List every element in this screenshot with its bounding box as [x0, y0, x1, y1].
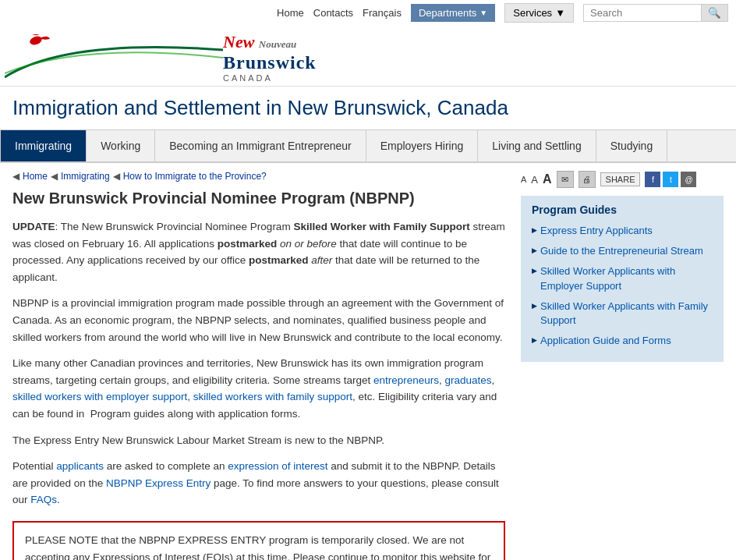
link-skilled-family[interactable]: skilled workers with family support [193, 391, 352, 402]
tab-immigrating[interactable]: Immigrating [0, 130, 87, 161]
tab-working[interactable]: Working [87, 130, 155, 161]
print-icon[interactable]: 🖨 [579, 171, 596, 188]
notice-box: PLEASE NOTE that the NBPNP EXPRESS ENTRY… [12, 521, 505, 560]
breadcrumb-immigrating[interactable]: Immigrating [61, 171, 110, 182]
breadcrumb-sep-2: ◀ [113, 171, 120, 182]
breadcrumb-sep-1: ◀ [51, 171, 58, 182]
breadcrumb-home[interactable]: Home [23, 171, 48, 182]
main-content: ◀ Home ◀ Immigrating ◀ How to Immigrate … [12, 171, 505, 560]
link-skilled-employer[interactable]: skilled workers with employer support [12, 391, 187, 402]
canada-label: CANADA [223, 73, 317, 83]
page-title: Immigration and Settlement in New Brunsw… [12, 96, 724, 120]
list-item: Skilled Worker Applicants with Family Su… [532, 299, 713, 328]
link-application-guide[interactable]: Application Guide and Forms [540, 334, 671, 348]
link-entrepreneurial-stream[interactable]: Guide to the Entrepreneurial Stream [540, 244, 703, 258]
logo-area: New Nouveau Brunswick CANADA [12, 32, 724, 83]
email-icon[interactable]: ✉ [557, 171, 574, 188]
search-button[interactable]: 🔍 [701, 5, 727, 21]
twitter-icon[interactable]: t [663, 172, 678, 187]
link-express-entry-applicants[interactable]: Express Entry Applicants [540, 224, 653, 238]
home-link[interactable]: Home [277, 7, 304, 19]
share-label: SHARE [606, 175, 635, 184]
font-medium-icon[interactable]: A [531, 174, 538, 186]
page-title-bar: Immigration and Settlement in New Brunsw… [0, 87, 736, 130]
breadcrumb-how[interactable]: How to Immigrate to the Province? [123, 171, 267, 182]
paragraph-about: NBPNP is a provincial immigration progra… [12, 295, 505, 346]
link-graduates[interactable]: graduates [445, 374, 492, 386]
font-controls: A A A ✉ 🖨 SHARE f t @ [521, 171, 724, 188]
link-applicants[interactable]: applicants [56, 460, 104, 472]
link-skilled-employer-support[interactable]: Skilled Worker Applicants with Employer … [540, 264, 713, 292]
facebook-icon[interactable]: f [645, 172, 660, 187]
sidebar: A A A ✉ 🖨 SHARE f t @ Program Guides Exp… [521, 171, 724, 560]
page-heading: New Brunswick Provincial Nominee Program… [12, 190, 505, 207]
program-guides: Program Guides Express Entry Applicants … [521, 196, 724, 362]
list-item: Skilled Worker Applicants with Employer … [532, 264, 713, 292]
paragraph-applicants: Potential applicants are asked to comple… [12, 458, 505, 509]
paragraph-streams: Like many other Canadian provinces and t… [12, 355, 505, 422]
link-faqs[interactable]: FAQs [30, 494, 57, 505]
link-entrepreneurs[interactable]: entrepreneurs [373, 374, 439, 386]
swoosh-decoration [5, 34, 223, 81]
contacts-link[interactable]: Contacts [313, 7, 353, 19]
social-icons: f t @ [645, 172, 696, 187]
search-box: 🔍 [583, 4, 728, 22]
services-button[interactable]: Services ▼ [504, 3, 574, 23]
tab-employers[interactable]: Employers Hiring [366, 130, 479, 161]
header: Home Contacts Français Departments ▼ Ser… [0, 0, 736, 87]
list-item: Guide to the Entrepreneurial Stream [532, 244, 713, 258]
notice-text: PLEASE NOTE that the NBPNP EXPRESS ENTRY… [25, 534, 490, 560]
link-skilled-family-support[interactable]: Skilled Worker Applicants with Family Su… [540, 299, 713, 328]
services-dropdown-icon: ▼ [555, 7, 565, 19]
list-item: Application Guide and Forms [532, 334, 713, 348]
departments-button[interactable]: Departments ▼ [411, 4, 495, 22]
font-large-icon[interactable]: A [543, 172, 552, 186]
tab-studying[interactable]: Studying [596, 130, 667, 161]
top-nav: Home Contacts Français Departments ▼ Ser… [0, 0, 736, 26]
main-nav: Immigrating Working Becoming an Immigran… [0, 130, 736, 163]
font-small-icon[interactable]: A [521, 175, 526, 184]
search-input[interactable] [584, 5, 701, 21]
share-button[interactable]: SHARE [600, 172, 641, 186]
francais-link[interactable]: Français [363, 7, 402, 19]
email-share-icon[interactable]: @ [681, 172, 696, 187]
link-expression[interactable]: expression of interest [228, 460, 327, 472]
paragraph-update: UPDATE: The New Brunswick Provincial Nom… [12, 218, 505, 285]
tab-entrepreneur[interactable]: Becoming an Immigrant Entrepreneur [155, 130, 366, 161]
breadcrumb-sep-0: ◀ [12, 171, 19, 182]
link-express-entry[interactable]: NBPNP Express Entry [106, 477, 211, 489]
breadcrumb: ◀ Home ◀ Immigrating ◀ How to Immigrate … [12, 171, 505, 182]
program-guides-title: Program Guides [532, 204, 713, 216]
logo-bar: New Nouveau Brunswick CANADA [0, 26, 736, 86]
content-area: ◀ Home ◀ Immigrating ◀ How to Immigrate … [0, 163, 736, 560]
paragraph-express: The Express Entry New Brunswick Labour M… [12, 432, 505, 449]
list-item: Express Entry Applicants [532, 224, 713, 238]
svg-point-0 [29, 34, 43, 46]
tab-living[interactable]: Living and Settling [478, 130, 596, 161]
program-guides-list: Express Entry Applicants Guide to the En… [532, 224, 713, 348]
logo-text: New Nouveau Brunswick CANADA [223, 32, 317, 83]
departments-dropdown-icon: ▼ [479, 9, 487, 17]
